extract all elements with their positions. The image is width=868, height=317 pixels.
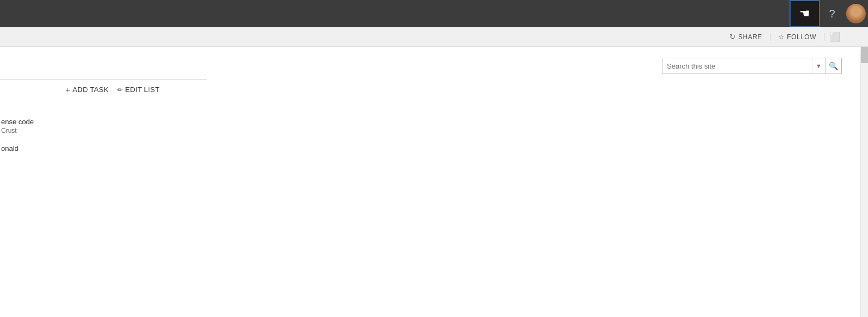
search-dropdown-button[interactable]: ▼ <box>812 58 825 74</box>
plus-icon: + <box>65 85 70 94</box>
share-button[interactable]: ↻ SHARE <box>726 32 765 42</box>
task-title: onald <box>1 144 34 153</box>
action-separator <box>770 33 770 41</box>
sub-header-actions: ↻ SHARE ☆ FOLLOW ⬜ <box>726 31 842 44</box>
follow-label: FOLLOW <box>787 33 816 41</box>
edit-list-label: EDIT LIST <box>125 86 160 94</box>
task-list: ense code Crust onald <box>0 118 34 162</box>
avatar-face <box>846 4 866 23</box>
search-go-button[interactable]: 🔍 <box>825 58 842 74</box>
task-item: onald <box>1 144 34 153</box>
divider-line <box>0 80 207 80</box>
share-icon: ↻ <box>730 33 736 41</box>
task-subtitle: Crust <box>1 127 34 135</box>
avatar-button[interactable] <box>844 0 868 27</box>
help-icon: ? <box>829 8 835 20</box>
scrollbar-track: ▲ <box>860 47 868 317</box>
sub-header: ↻ SHARE ☆ FOLLOW ⬜ <box>0 27 868 47</box>
task-area: + ADD TASK ✏ EDIT LIST ense code Crust o… <box>0 47 218 317</box>
top-bar-right: ☚ ? <box>789 0 868 27</box>
action-separator-2 <box>824 33 824 41</box>
help-button[interactable]: ? <box>820 0 844 27</box>
task-title: ense code <box>1 118 34 126</box>
hand-button[interactable]: ☚ <box>789 0 820 27</box>
scrollbar-thumb[interactable] <box>861 47 868 63</box>
edit-list-button[interactable]: ✏ EDIT LIST <box>117 86 159 94</box>
follow-button[interactable]: ☆ FOLLOW <box>775 32 819 42</box>
task-toolbar: + ADD TASK ✏ EDIT LIST <box>65 85 160 94</box>
search-input-wrapper: ▼ <box>662 58 825 74</box>
main-content: ▼ 🔍 + ADD TASK ✏ EDIT LIST ense code Cru… <box>0 47 868 317</box>
search-input[interactable] <box>662 58 812 74</box>
follow-icon: ☆ <box>778 33 785 41</box>
maximize-button[interactable]: ⬜ <box>829 31 842 44</box>
add-task-button[interactable]: + ADD TASK <box>65 85 108 94</box>
search-icon: 🔍 <box>829 62 838 70</box>
add-task-label: ADD TASK <box>73 86 108 94</box>
task-item: ense code Crust <box>1 118 34 135</box>
chevron-down-icon: ▼ <box>816 63 822 69</box>
top-bar: ☚ ? <box>0 0 868 27</box>
maximize-icon: ⬜ <box>830 32 841 42</box>
share-label: SHARE <box>738 33 762 41</box>
search-container: ▼ 🔍 <box>662 58 842 74</box>
pencil-icon: ✏ <box>117 86 123 94</box>
hand-icon: ☚ <box>799 8 810 20</box>
avatar <box>846 4 866 23</box>
